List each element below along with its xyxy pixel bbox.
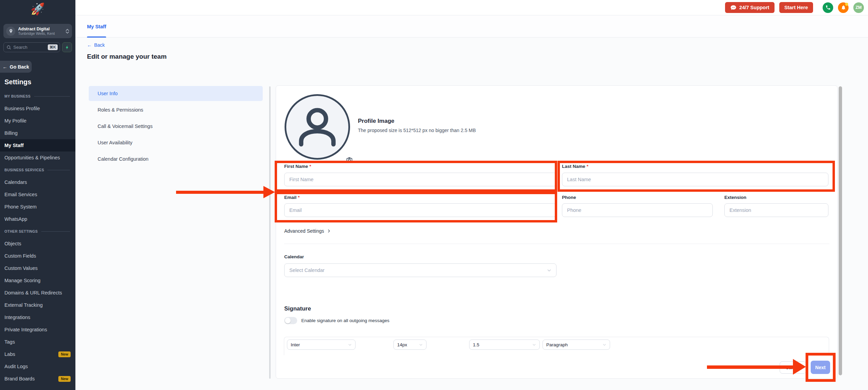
- sidebar-item-custom-fields[interactable]: Custom Fields: [0, 250, 75, 262]
- chevron-down-icon: [532, 343, 536, 347]
- location-pin-icon: [6, 27, 15, 36]
- section-header: BUSINESS SERVICES: [4, 168, 44, 172]
- sidebar-item-my-staff[interactable]: My Staff: [0, 139, 75, 151]
- section-header: OTHER SETTINGS: [4, 229, 38, 233]
- sidebar-item-email-services[interactable]: Email Services: [0, 188, 75, 201]
- account-switcher[interactable]: Adstract Digital Tunbridge Wells, Kent: [3, 24, 72, 38]
- cancel-button[interactable]: Cancel: [780, 361, 806, 374]
- sidebar-item-billing[interactable]: Billing: [0, 127, 75, 139]
- font-family-dropdown[interactable]: Inter: [287, 340, 356, 350]
- required-asterisk: *: [298, 195, 300, 200]
- user-avatar[interactable]: ZM: [853, 2, 864, 13]
- page-title: Edit or manage your team: [87, 53, 167, 60]
- app-logo-rocket-icon: 🚀: [0, 1, 75, 16]
- section-header: MY BUSINESS: [4, 94, 31, 98]
- chevron-down-icon: [603, 343, 606, 347]
- camera-icon: [346, 156, 353, 163]
- sidebar-item-manage-scoring[interactable]: Manage Scoring: [0, 274, 75, 287]
- sidebar-item-phone-system[interactable]: Phone System: [0, 201, 75, 213]
- active-tab-underline: [87, 37, 106, 38]
- annotation-arrow-fields: [176, 191, 265, 194]
- tab-user-availability[interactable]: User Availability: [89, 135, 263, 150]
- tab-roles-permissions[interactable]: Roles & Permissions: [89, 102, 263, 117]
- sidebar-item-external-tracking[interactable]: External Tracking: [0, 299, 75, 311]
- sidebar-item-integrations[interactable]: Integrations: [0, 311, 75, 323]
- font-size-dropdown[interactable]: 14px: [393, 340, 426, 350]
- calendar-select[interactable]: Select Calendar: [284, 263, 556, 277]
- search-input[interactable]: Search ⌘K: [3, 42, 60, 52]
- settings-nav: MY BUSINESS Business Profile My Profile …: [0, 90, 75, 385]
- divider: [284, 244, 829, 244]
- top-bar: 24/7 Support Start Here ZM: [75, 0, 868, 15]
- sidebar-item-domains-url-redirects[interactable]: Domains & URL Redirects: [0, 287, 75, 299]
- next-button[interactable]: Next: [811, 361, 830, 374]
- account-name: Adstract Digital: [18, 27, 66, 31]
- chevron-down-icon: [547, 268, 551, 273]
- advanced-settings-toggle[interactable]: Advanced Settings: [284, 228, 331, 234]
- divider: [34, 96, 70, 97]
- sidebar-item-business-profile[interactable]: Business Profile: [0, 102, 75, 115]
- last-name-field[interactable]: [562, 173, 828, 186]
- line-height-dropdown[interactable]: 1.5: [469, 340, 540, 350]
- calendar-label: Calendar: [284, 254, 304, 259]
- sidebar-item-audit-logs[interactable]: Audit Logs: [0, 360, 75, 373]
- notification-dot: [845, 3, 848, 6]
- new-badge: New: [58, 376, 71, 382]
- sidebar-item-objects[interactable]: Objects: [0, 237, 75, 250]
- scrollbar[interactable]: [839, 86, 842, 375]
- signature-editor-toolbar: Inter 14px 1.5 Paragraph: [284, 337, 829, 355]
- paragraph-style-dropdown[interactable]: Paragraph: [542, 340, 610, 350]
- sidebar-item-brand-boards[interactable]: Brand BoardsNew: [0, 373, 75, 385]
- required-asterisk: *: [309, 164, 311, 169]
- upload-photo-button[interactable]: [343, 153, 356, 166]
- back-link[interactable]: ← Back: [87, 42, 105, 48]
- search-icon: [6, 45, 11, 50]
- start-here-button[interactable]: Start Here: [779, 2, 813, 13]
- required-asterisk: *: [587, 164, 588, 169]
- support-button[interactable]: 24/7 Support: [725, 2, 775, 13]
- bell-icon: [841, 5, 846, 10]
- first-name-field[interactable]: [284, 173, 556, 186]
- sidebar-item-custom-values[interactable]: Custom Values: [0, 262, 75, 274]
- signature-toggle[interactable]: [284, 317, 297, 324]
- sidebar: 🚀 Adstract Digital Tunbridge Wells, Kent…: [0, 0, 75, 390]
- tab-calendar-configuration[interactable]: Calendar Configuration: [89, 151, 263, 167]
- phone-label: Phone: [562, 195, 576, 200]
- sidebar-item-labs[interactable]: LabsNew: [0, 348, 75, 360]
- sidebar-item-tags[interactable]: Tags: [0, 336, 75, 348]
- sidebar-item-whatsapp[interactable]: WhatsApp: [0, 213, 75, 225]
- profile-image-title: Profile Image: [358, 118, 394, 125]
- divider: [47, 170, 70, 170]
- start-here-label: Start Here: [784, 5, 808, 10]
- profile-image-subtitle: The proposed size is 512*512 px no bigge…: [358, 128, 476, 133]
- toggle-knob: [285, 318, 291, 323]
- phone-field[interactable]: [562, 203, 713, 217]
- phone-icon: [825, 5, 831, 10]
- extension-label: Extension: [724, 195, 747, 200]
- sidebar-item-my-profile[interactable]: My Profile: [0, 115, 75, 127]
- tab-user-info[interactable]: User Info: [89, 86, 263, 101]
- support-label: 24/7 Support: [739, 5, 769, 10]
- phone-button[interactable]: [823, 2, 833, 13]
- sidebar-item-opportunities-pipelines[interactable]: Opportunities & Pipelines: [0, 151, 75, 164]
- go-back-button[interactable]: ← Go Back: [0, 61, 32, 73]
- panel-divider: [269, 86, 271, 379]
- email-label: Email*: [284, 195, 300, 200]
- chevron-up-down-icon: [66, 29, 69, 34]
- person-icon: [286, 96, 348, 158]
- signature-toggle-label: Enable signature on all outgoing message…: [301, 318, 389, 323]
- settings-heading: Settings: [4, 78, 31, 86]
- last-name-label: Last Name*: [562, 164, 589, 169]
- extension-field[interactable]: [724, 203, 828, 217]
- sidebar-item-private-integrations[interactable]: Private Integrations: [0, 323, 75, 336]
- back-label: Back: [94, 42, 105, 48]
- tab-my-staff[interactable]: My Staff: [87, 15, 106, 38]
- email-field[interactable]: [284, 203, 556, 217]
- divider: [41, 231, 70, 232]
- sidebar-item-calendars[interactable]: Calendars: [0, 176, 75, 188]
- tab-call-voicemail-settings[interactable]: Call & Voicemail Settings: [89, 119, 263, 134]
- notifications-button[interactable]: [838, 2, 849, 13]
- profile-image-placeholder[interactable]: [285, 94, 350, 160]
- quick-actions-button[interactable]: [62, 42, 72, 52]
- go-back-label: Go Back: [10, 64, 29, 70]
